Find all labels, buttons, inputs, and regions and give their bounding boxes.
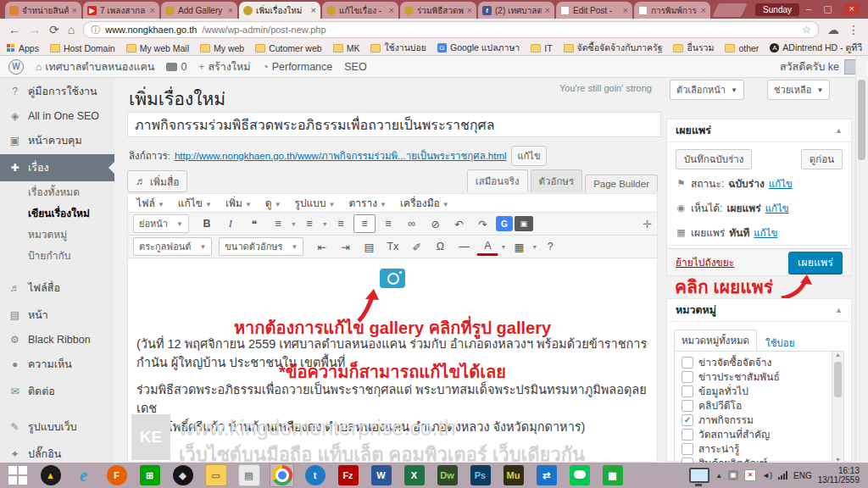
bookmark-folder[interactable]: อื่นรวม — [673, 41, 714, 55]
category-item[interactable]: ข่าวประชาสัมพันธ์ — [682, 369, 828, 384]
sidebar-item-media[interactable]: ♬ ไฟล์สื่อ — [0, 274, 114, 302]
browser-tab[interactable]: f (2) เทศบาลต × — [478, 2, 554, 19]
edit-visibility-link[interactable]: แก้ไข — [765, 201, 789, 216]
close-button[interactable]: × — [844, 3, 860, 14]
font-family-dropdown[interactable]: ตระกูลฟอนต์▼ — [133, 237, 212, 256]
taskbar-item[interactable]: Ps — [468, 463, 492, 487]
tab-close-icon[interactable]: × — [389, 5, 394, 15]
tab-visual[interactable]: เสมือนจริง — [467, 169, 528, 192]
post-title-input[interactable] — [127, 112, 661, 137]
indent-button[interactable]: ⇥ — [334, 237, 356, 256]
tab-close-icon[interactable]: × — [545, 5, 550, 15]
browser-tab[interactable]: ▶ 7 เพลงสากล × — [83, 2, 159, 19]
chrome-menu-icon[interactable]: ⋮ — [848, 23, 860, 36]
chevron-down-icon[interactable]: ▼ — [531, 244, 537, 250]
taskbar-item[interactable]: ⊞ — [137, 463, 162, 487]
table-button[interactable]: ▦ — [508, 237, 530, 256]
minimize-button[interactable]: – — [806, 3, 811, 14]
taskbar-item[interactable]: ▭ — [203, 463, 228, 487]
adminbar-account[interactable]: สวัสดีครับ ke — [780, 58, 860, 75]
tab-close-icon[interactable]: × — [311, 5, 316, 15]
checkbox[interactable] — [682, 385, 693, 397]
adminbar-performance[interactable]: ◔ Performance — [262, 61, 332, 73]
sidebar-subitem-tags[interactable]: ป้ายกำกับ — [0, 245, 114, 266]
categories-box-header[interactable]: หมวดหมู่ ▲ — [667, 299, 851, 322]
help-icon[interactable]: ? — [539, 237, 561, 256]
sidebar-item-pages[interactable]: ▤ หน้า — [0, 302, 114, 329]
tab-text[interactable]: ตัวอักษร — [531, 169, 583, 192]
checkbox[interactable] — [682, 371, 693, 383]
adminbar-site-name[interactable]: ⌂ เทศบาลตำบลหนองแคน — [36, 58, 154, 75]
remove-link-button[interactable]: ⊘ — [425, 214, 447, 233]
taskbar-item[interactable]: X — [402, 463, 426, 487]
browser-tab[interactable]: ร่วมพิธีสวดพ × — [400, 2, 476, 19]
taskbar-item[interactable]: W — [369, 463, 393, 487]
adminbar-seo[interactable]: SEO — [344, 61, 366, 73]
menu-tools[interactable]: เครื่องมือ▼ — [400, 195, 449, 211]
bookmark-folder[interactable]: ใช้งานบ่อย — [370, 41, 426, 55]
sidebar-item-comments[interactable]: ● ความเห็น — [0, 351, 114, 378]
horizontal-rule-button[interactable]: ― — [453, 237, 475, 256]
font-size-dropdown[interactable]: ขนาดตัวอักษร▼ — [219, 237, 303, 256]
sidebar-item-aioseo[interactable]: ◈ All in One SEO — [0, 105, 114, 127]
preview-button[interactable]: ดูก่อน — [801, 149, 843, 169]
category-item[interactable]: ข่าวจัดซื้อจัดจ้าง — [682, 355, 828, 369]
taskbar-item[interactable]: ▤ — [236, 463, 261, 487]
sidebar-item-contact[interactable]: ✉ ติดต่อ — [0, 378, 114, 405]
home-icon[interactable]: ⌂ — [68, 23, 75, 36]
taskbar-item[interactable]: Dw — [435, 463, 459, 487]
bookmark-google-translate[interactable]: G Google แปลภาษา — [437, 41, 520, 55]
new-tab-button[interactable] — [712, 3, 747, 17]
move-to-trash-link[interactable]: ย้ายไปถังขยะ — [676, 254, 734, 270]
maximize-button[interactable]: ▢ — [823, 3, 832, 14]
sidebar-item-manual[interactable]: ? คู่มือการใช้งาน — [0, 78, 114, 105]
taskbar-item[interactable]: ▲ — [38, 463, 63, 487]
bookmark-folder[interactable]: My web Mail — [126, 43, 189, 53]
sidebar-item-posts[interactable]: ✚ เรื่อง — [0, 154, 114, 181]
align-left-button[interactable]: ≡ — [330, 214, 352, 233]
google-docs-button[interactable]: G — [496, 216, 513, 231]
align-center-button[interactable]: ≡ — [353, 214, 376, 233]
checkbox[interactable] — [682, 400, 693, 412]
special-character-button[interactable]: Ω — [429, 237, 451, 256]
gallery-camera-icon[interactable] — [380, 269, 405, 288]
chevron-down-icon[interactable]: ▼ — [500, 244, 506, 250]
browser-tab[interactable]: การพิมพ์การ × — [634, 2, 710, 19]
collapse-icon[interactable]: ▲ — [835, 126, 843, 135]
tab-close-icon[interactable]: × — [623, 5, 628, 15]
category-item[interactable]: ข้อมูลทั่วไป — [682, 384, 828, 398]
forward-icon[interactable]: → — [29, 23, 41, 36]
bookmark-folder[interactable]: จัดซื้อจัดจ้างกับภาครัฐ — [564, 41, 663, 55]
insert-link-button[interactable]: ∞ — [401, 214, 423, 233]
checkbox[interactable] — [682, 357, 693, 369]
menu-view[interactable]: ดู▼ — [265, 195, 281, 211]
tab-page-builder[interactable]: Page Builder — [585, 175, 658, 192]
insert-image-button[interactable]: ▣ — [515, 216, 533, 231]
taskbar-item[interactable]: ⇄ — [534, 463, 559, 487]
text-color-button[interactable]: A — [476, 238, 498, 256]
bookmark-site[interactable]: A ADintrend HD - ดูทีวี — [770, 41, 862, 55]
tab-close-icon[interactable]: × — [701, 5, 706, 15]
tray-icon-device[interactable]: ▣ — [728, 470, 738, 480]
site-info-icon[interactable]: ⓘ — [91, 24, 100, 36]
volume-icon[interactable]: ◄) — [762, 471, 772, 480]
align-right-button[interactable]: ≡ — [377, 214, 399, 233]
sidebar-item-appearance[interactable]: ✎ รูปแบบเว็บ — [0, 413, 114, 441]
screen-options-button[interactable]: ตัวเลือกหน้า▼ — [670, 80, 744, 100]
tray-icon-flag-error[interactable]: ✕ — [744, 469, 756, 481]
publish-box-header[interactable]: เผยแพร่ ▲ — [667, 119, 851, 142]
bookmark-folder[interactable]: other — [725, 43, 759, 53]
browser-tab[interactable]: Add Gallery × — [161, 2, 237, 19]
bookmark-star-icon[interactable]: ☆ — [802, 24, 811, 36]
category-item[interactable]: วัดสถานที่สำคัญ — [682, 427, 828, 441]
outdent-button[interactable]: ⇤ — [310, 237, 332, 256]
undo-button[interactable]: ↶ — [448, 214, 470, 233]
scrollbar-thumb[interactable] — [858, 80, 865, 160]
clear-formatting-button[interactable]: Tx — [381, 237, 403, 256]
browser-tab[interactable]: แก้ไขเรื่อง - × — [322, 2, 398, 19]
menu-insert[interactable]: เพิ่ม▼ — [225, 195, 252, 211]
italic-button[interactable]: I — [220, 214, 242, 233]
checkbox[interactable] — [682, 443, 693, 455]
tray-expand-icon[interactable]: ▲ — [715, 472, 722, 480]
taskbar-item[interactable]: ▦ — [600, 463, 625, 487]
